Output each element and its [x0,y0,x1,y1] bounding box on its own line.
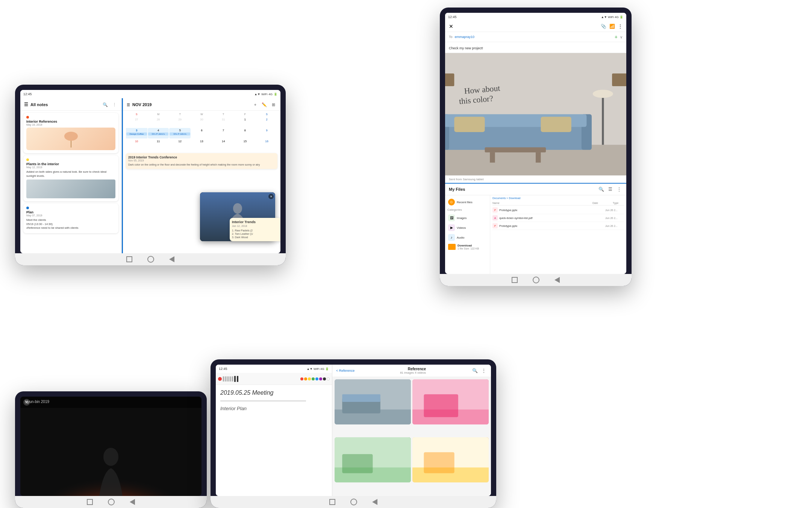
files-images-category[interactable]: 🖼 Images [447,213,488,223]
email-add-recipient-icon[interactable]: + [615,34,618,40]
color-black[interactable] [323,377,326,380]
files-sidebar: ⊙ Recent files Categories 🖼 Images ▶ Vid… [445,195,490,274]
video-close-button[interactable]: ✕ [268,194,274,199]
files-audio-category[interactable]: ♪ Audio [447,233,488,242]
cal-cell[interactable]: 11 [148,139,169,149]
nav-back[interactable] [130,499,135,505]
nav-recent[interactable] [512,277,518,283]
cal-cell[interactable]: 14 [213,139,234,149]
gallery-more-icon[interactable]: ⋮ [480,367,487,374]
cal-cell[interactable]: 10 [126,139,147,149]
files-videos-category[interactable]: ▶ Videos [447,223,488,233]
cal-cell[interactable]: 8 [235,128,256,138]
nav-home[interactable] [108,499,115,505]
email-wifi-icon: 📶 [609,24,615,29]
col-name: Name [492,202,591,204]
cal-pen-icon[interactable]: ✏️ [261,101,268,108]
nav-back-button[interactable] [169,256,174,262]
color-blue[interactable] [315,377,318,380]
nav-recent[interactable] [87,499,93,505]
color-green[interactable] [312,377,315,380]
pen-tool-4[interactable] [229,376,229,382]
color-purple[interactable] [319,377,322,380]
pen-tool-3[interactable] [227,376,227,382]
pen-tool-6[interactable] [232,376,233,382]
pen-tool-2[interactable] [225,376,226,382]
recent-files-item[interactable]: ⊙ Recent files [447,198,488,207]
gallery-search-icon[interactable]: 🔍 [471,367,478,374]
cal-add-icon[interactable]: + [252,101,259,108]
nav-recent[interactable] [329,499,335,505]
email-attach-icon[interactable]: 📎 [601,24,606,29]
email-more-icon[interactable]: ⋮ [618,24,623,29]
cal-cell[interactable]: 29 [169,117,191,128]
note-card-plan[interactable]: Plan May 07, 2019 Meet the clients 05/19… [23,204,118,233]
download-folder[interactable]: Download 1 file Size: 122 KB [447,242,488,251]
cal-cell-4[interactable]: 4 Di's P John's [148,128,169,138]
file-row-0[interactable]: P Prototype.pptx Jun 26 2... [492,206,624,214]
note-card-interior-references[interactable]: Interior References May 19, 2019 [23,113,118,153]
gallery-back-button[interactable]: < Reference [336,369,354,373]
files-list-icon[interactable]: ☰ [607,186,614,193]
email-subject[interactable]: Check my new project! [449,46,483,50]
svg-rect-12 [485,148,546,153]
cal-grid-icon[interactable]: ⊞ [270,101,277,108]
notes-title: All notes [30,102,48,107]
cal-cell[interactable]: 15 [235,139,256,149]
nav-back[interactable] [372,499,377,505]
files-search-icon[interactable]: 🔍 [598,186,604,193]
tablet-bottom-left: Hyun-bin 2019 ✕ [15,391,207,508]
cal-cell-5[interactable]: 5 Di's P John's [169,128,191,138]
cal-cell[interactable]: 31 [213,117,234,128]
cal-cell[interactable]: 12 [169,139,191,149]
conference-note[interactable]: 2019 Interior Trends Conference Nov 05, … [126,153,277,169]
pen-tool-8[interactable] [237,376,238,382]
tool-red[interactable] [218,377,222,381]
cal-cell[interactable]: 1 [235,117,256,128]
email-close-icon[interactable]: ✕ [449,23,453,29]
gallery-item-1[interactable] [412,379,489,424]
color-white[interactable] [327,377,330,380]
color-yellow[interactable] [308,377,311,380]
cal-cell[interactable]: 13 [191,139,212,149]
drawing-toolbar[interactable] [216,373,332,385]
email-recipient[interactable]: emmapray10 [455,35,612,39]
concert-close-button[interactable]: ✕ [23,399,30,406]
color-red[interactable] [300,377,303,380]
videos-label: Videos [457,226,466,230]
gallery-item-2[interactable] [335,437,411,482]
cal-cell[interactable]: 28 [148,117,169,128]
files-more-icon[interactable]: ⋮ [616,186,623,193]
trends-note[interactable]: Interior Trends Jan 12, 2018 1. Raw Past… [230,218,280,241]
file-row-2[interactable]: P Prototype.pptx Jun 26 2... [492,222,624,230]
email-expand-icon[interactable]: ∨ [620,35,623,39]
nav-home[interactable] [350,499,357,505]
cal-cell-3[interactable]: 3 Design Coffee [126,128,147,138]
cal-cell[interactable]: 7 [213,128,234,138]
cal-cell[interactable]: 9 [256,128,277,138]
file-row-1[interactable]: A quick-ticker-symbol-list.pdf Jun 26 2.… [492,214,624,222]
images-icon: 🖼 [448,214,455,221]
search-icon[interactable]: 🔍 [102,101,109,108]
note-card-plants[interactable]: Plants in the interior May 12, 2019 Adde… [23,155,118,201]
nav-home[interactable] [533,277,539,283]
pen-tool-7[interactable] [234,376,236,382]
file-date-2: Jun 26 2... [605,225,624,227]
nav-back[interactable] [554,277,560,283]
cal-cell[interactable]: 27 [126,117,147,128]
color-orange[interactable] [304,377,307,380]
nav-bar [15,253,286,265]
file-name-2: Prototype.pptx [499,224,604,228]
cal-cell[interactable]: 2 [256,117,277,128]
cal-cell[interactable]: 6 [191,128,212,138]
cal-cell[interactable]: 30 [191,117,212,128]
nav-recent-button[interactable] [126,256,132,262]
download-meta: 1 file Size: 122 KB [458,247,479,250]
gallery-item-3[interactable] [412,437,489,482]
cal-cell[interactable]: 16 [256,139,277,149]
gallery-item-0[interactable] [335,379,411,424]
nav-home-button[interactable] [147,256,154,263]
more-icon[interactable]: ⋮ [111,101,118,108]
pen-tool-5[interactable] [230,376,231,382]
pen-tool-1[interactable] [223,376,224,382]
